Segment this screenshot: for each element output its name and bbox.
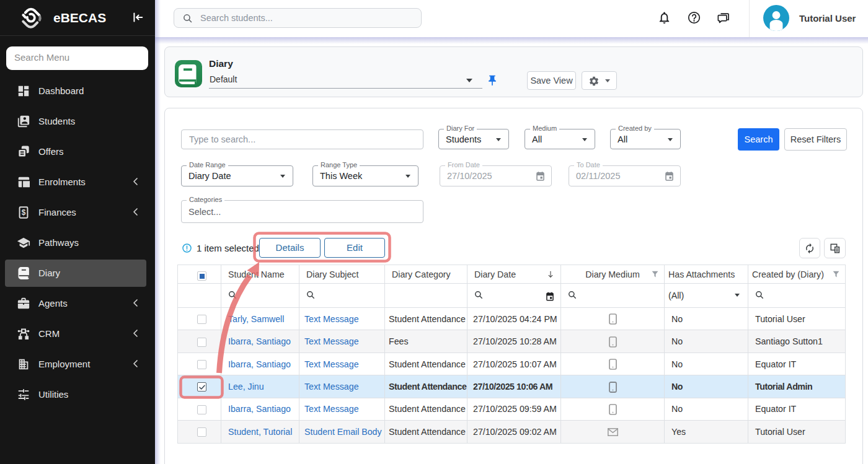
svg-text:$: $ <box>22 208 26 217</box>
